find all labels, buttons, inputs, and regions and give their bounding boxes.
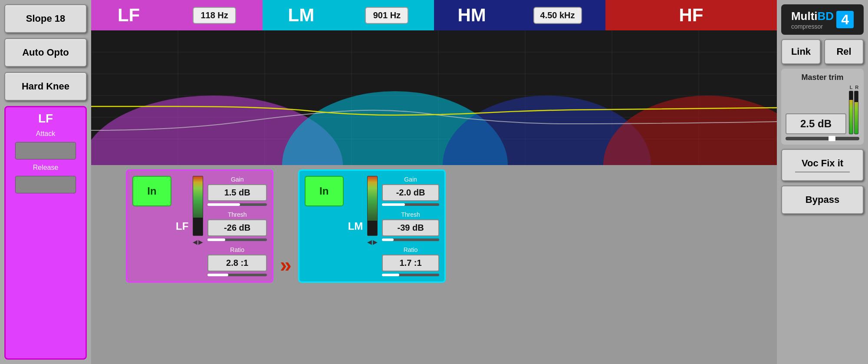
lr-meter: L R [849,85,859,134]
lr-bar-left [849,91,853,134]
link-button[interactable]: Link [781,39,821,64]
lm-control-label: LM [348,220,363,232]
lm-ratio-slider[interactable] [382,274,439,276]
lm-band-control: In LM ◀ ▶ Gain -2.0 dB [298,169,446,283]
lm-gain-meter-fill [368,221,377,235]
hf-header: HF [605,0,777,30]
lf-ratio-label: Ratio [207,246,267,253]
lf-gain-slider[interactable] [207,203,267,206]
master-trim-value[interactable]: 2.5 dB [786,113,846,134]
lr-label-row: L R [849,85,859,90]
lm-meter-arrows: ◀ ▶ [367,238,378,245]
lf-ratio-value[interactable]: 2.8 :1 [207,255,267,271]
master-trim-slider[interactable] [786,137,859,140]
lf-title: LF [38,112,53,126]
lf-thresh-slider[interactable] [207,238,267,241]
lf-ratio-slider-fill [207,274,228,276]
lm-gain-meter [367,176,378,236]
lf-arrow-left: ◀ [193,238,197,245]
auto-opto-button[interactable]: Auto Opto [4,38,87,67]
lf-thresh-label: Thresh [207,211,267,218]
release-label: Release [33,164,59,172]
lf-gain-meter-col: ◀ ▶ [193,176,203,245]
lf-freq-display[interactable]: 118 Hz [193,7,236,24]
voc-fix-label: Voc Fix it [802,158,843,169]
logo-multi: Multi [791,10,818,23]
lm-arrow-left: ◀ [367,238,372,245]
lm-param-group: Gain -2.0 dB Thresh -39 dB [382,176,439,276]
lr-bar-left-mask [849,91,853,100]
lr-meter-bars [849,91,859,134]
center-area: LF 118 Hz LM 901 Hz HM 4.50 kHz HF [91,0,777,364]
svg-point-15 [603,96,777,165]
lr-label-r: R [855,85,858,90]
master-trim-label: Master trim [801,73,843,82]
lm-gain-slider[interactable] [382,203,439,206]
lm-gain-slider-fill [382,203,405,206]
hm-header: HM 4.50 kHz [434,0,605,30]
lf-gain-label: Gain [207,176,267,183]
lm-thresh-label: Thresh [382,211,439,218]
lf-gain-slider-fill [207,203,240,206]
attack-label: Attack [36,130,55,138]
lm-freq-display[interactable]: 901 Hz [365,7,408,24]
logo-bd: BD [818,10,834,23]
release-control[interactable] [15,176,76,193]
lm-gain-meter-col: ◀ ▶ [367,176,378,245]
lm-gain-value[interactable]: -2.0 dB [382,184,439,201]
lm-band-label: LM [288,5,315,26]
lm-thresh-value[interactable]: -39 dB [382,219,439,236]
hf-band-label: HF [679,5,704,26]
hard-knee-button[interactable]: Hard Knee [4,72,87,101]
lf-gain-meter-fill [193,218,203,235]
lm-arrow-right: ▶ [373,238,378,245]
eq-canvas [91,30,777,165]
bottom-controls: In LF ◀ ▶ Gain 1.5 dB [91,165,777,364]
lm-in-button[interactable]: In [305,176,344,206]
band-arrow: » [278,253,294,277]
hm-band-label: HM [457,5,486,26]
logo-compressor: compressor [791,23,823,30]
lm-ratio-slider-fill [382,274,399,276]
right-panel: MultiBD compressor 4 Link Rel Master tri… [777,0,868,364]
logo-box: MultiBD compressor 4 [781,4,864,35]
lm-ratio-value[interactable]: 1.7 :1 [382,255,439,271]
attack-control[interactable] [15,142,76,159]
slope-button[interactable]: Slope 18 [4,4,87,33]
lf-thresh-slider-fill [207,238,225,241]
lm-thresh-slider[interactable] [382,238,439,241]
bypass-button[interactable]: Bypass [781,185,864,214]
band-header: LF 118 Hz LM 901 Hz HM 4.50 kHz HF [91,0,777,30]
lf-header: LF 118 Hz [91,0,263,30]
lr-label-l: L [850,85,853,90]
master-trim-area: Master trim 2.5 dB L R [781,69,864,145]
lm-gain-label: Gain [382,176,439,183]
lf-arrow-right: ▶ [198,238,203,245]
main-container: Slope 18 Auto Opto Hard Knee LF Attack R… [0,0,868,364]
hm-freq-display[interactable]: 4.50 kHz [533,7,582,24]
lf-control-label: LF [176,220,188,232]
lf-param-group: Gain 1.5 dB Thresh -26 dB [207,176,267,276]
master-trim-row: 2.5 dB L R [786,85,859,134]
lf-ratio-slider[interactable] [207,274,267,276]
eq-display[interactable] [91,30,777,165]
lf-thresh-value[interactable]: -26 dB [207,219,267,236]
rel-button[interactable]: Rel [824,39,864,64]
lf-band-control: In LF ◀ ▶ Gain 1.5 dB [126,169,273,283]
voc-fix-underline [795,172,850,172]
link-rel-row: Link Rel [781,39,864,64]
lf-band-label: LF [118,5,140,26]
master-trim-handle[interactable] [829,136,835,141]
left-panel: Slope 18 Auto Opto Hard Knee LF Attack R… [0,0,91,364]
voc-fix-button[interactable]: Voc Fix it [781,149,864,181]
lf-in-button[interactable]: In [132,176,171,206]
lf-meter-arrows: ◀ ▶ [193,238,203,245]
lr-bar-right [854,91,858,134]
lf-gain-meter [193,176,203,236]
lm-header: LM 901 Hz [263,0,434,30]
lf-gain-value[interactable]: 1.5 dB [207,184,267,201]
lm-ratio-label: Ratio [382,246,439,253]
logo-number: 4 [836,11,854,28]
lr-bar-right-mask [855,91,858,102]
lf-panel: LF Attack Release [4,106,87,360]
